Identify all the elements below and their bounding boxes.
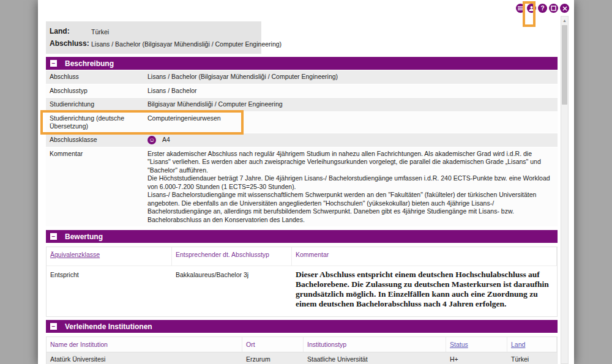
abschluss-value: Lisans / Bachelor (Bilgisayar Mühendisli… [91, 39, 282, 48]
bewertung-table: Äquivalenzklasse Entsprechender dt. Absc… [46, 247, 558, 317]
window-button[interactable] [549, 4, 558, 13]
section-title-beschreibung: Beschreibung [65, 59, 114, 68]
column-header-status[interactable]: Status [446, 337, 507, 352]
section-header-beschreibung: − Beschreibung [46, 57, 558, 70]
land-label: Land: [50, 27, 91, 35]
menu-icon [518, 6, 523, 11]
abschlussklasse-value: A4 [162, 136, 170, 144]
aequivalenzklasse-value: Entspricht [47, 266, 172, 316]
abschlusstyp-value: Bakkalaureus/Bachelor 3j [172, 266, 292, 316]
menu-button[interactable] [516, 4, 525, 13]
column-header-land[interactable]: Land [507, 337, 557, 352]
vertical-scrollbar[interactable]: ▲ [561, 16, 569, 364]
abschluss-label: Abschluss: [50, 39, 91, 48]
section-title-institutionen: Verleihende Institutionen [65, 322, 152, 331]
collapse-icon[interactable]: − [50, 323, 57, 330]
close-button[interactable] [560, 4, 569, 13]
institution-ort: Erzurum [242, 352, 304, 364]
column-header-aequivalenzklasse[interactable]: Äquivalenzklasse [47, 247, 172, 266]
column-header-name: Name der Institution [47, 337, 242, 352]
kv-label: Abschlusstyp [46, 84, 144, 98]
kv-value: ☺ A4 [144, 133, 558, 147]
kv-value: Lisans / Bachelor [144, 84, 558, 98]
summary-row-land: Land: Türkei [50, 25, 258, 37]
section-header-institutionen: − Verleihende Institutionen [46, 320, 558, 333]
kv-value: Computeringenieurwesen [144, 112, 558, 133]
summary-row-abschluss: Abschluss: Lisans / Bachelor (Bilgisayar… [50, 37, 258, 50]
institution-land: Türkei [507, 352, 557, 364]
kv-value: Bilgisayar Mühendisliği / Computer Engin… [144, 98, 558, 111]
help-icon: ? [540, 5, 544, 12]
table-row: Atatürk Üniversitesi Erzurum Staatliche … [47, 352, 557, 364]
kv-label: Abschlussklasse [46, 133, 144, 147]
bewertung-kommentar-value: Dieser Abschluss entspricht einem deutsc… [292, 266, 557, 316]
kv-value: Erster akademischer Abschluss nach regul… [144, 147, 558, 227]
column-header-ort: Ort [242, 337, 304, 352]
kv-value: Lisans / Bachelor (Bilgisayar Mühendisli… [144, 70, 558, 84]
collapse-icon[interactable]: − [50, 60, 57, 67]
kv-row-studienrichtung: Studienrichtung Bilgisayar Mühendisliği … [46, 98, 558, 112]
bewertung-header-row: Äquivalenzklasse Entsprechender dt. Absc… [47, 247, 557, 266]
section-header-bewertung: − Bewertung [46, 230, 558, 243]
kv-label: Studienrichtung (deutsche Übersetzung) [46, 112, 144, 133]
kv-row-abschluss: Abschluss Lisans / Bachelor (Bilgisayar … [46, 70, 558, 84]
institutionen-table: Name der Institution Ort Institutionstyp… [46, 336, 558, 364]
institution-typ: Staatliche Universität [304, 352, 446, 364]
user-button[interactable] [527, 4, 536, 13]
abschlussklasse-icon[interactable]: ☺ [147, 136, 156, 144]
kv-row-abschlussklasse: Abschlussklasse ☺ A4 [46, 133, 558, 147]
bewertung-data-row: Entspricht Bakkalaureus/Bachelor 3j Dies… [47, 266, 557, 316]
beschreibung-table: Abschluss Lisans / Bachelor (Bilgisayar … [46, 70, 558, 227]
kv-row-abschlusstyp: Abschlusstyp Lisans / Bachelor [46, 84, 558, 98]
close-icon [562, 6, 567, 11]
kv-label: Abschluss [46, 70, 144, 84]
land-value: Türkei [91, 27, 109, 35]
institution-status: H+ [446, 352, 507, 364]
help-button[interactable]: ? [538, 4, 547, 13]
record-window: ? Land: Türkei Abschluss: Lisans / Bache… [38, 0, 574, 364]
window-toolbar: ? [516, 4, 569, 13]
section-title-bewertung: Bewertung [65, 232, 103, 241]
kv-label: Studienrichtung [46, 98, 144, 111]
window-icon [551, 6, 556, 11]
kv-row-kommentar: Kommentar Erster akademischer Abschluss … [46, 147, 558, 228]
column-header-kommentar: Kommentar [292, 247, 557, 266]
institution-name: Atatürk Üniversitesi [47, 352, 242, 364]
kv-label: Kommentar [46, 147, 144, 227]
institutionen-rows: Atatürk Üniversitesi Erzurum Staatliche … [47, 352, 557, 364]
institutionen-header-row: Name der Institution Ort Institutionstyp… [47, 337, 557, 352]
column-header-institutionstyp: Institutionstyp [304, 337, 446, 352]
column-header-abschlusstyp: Entsprechender dt. Abschlusstyp [172, 247, 292, 266]
record-content: Land: Türkei Abschluss: Lisans / Bachelo… [46, 18, 558, 364]
collapse-icon[interactable]: − [50, 233, 57, 240]
degree-summary: Land: Türkei Abschluss: Lisans / Bachelo… [46, 21, 261, 54]
scrollbar-thumb[interactable] [562, 25, 567, 105]
scroll-up-icon[interactable]: ▲ [561, 17, 568, 24]
kv-row-studienrichtung-uebersetzung: Studienrichtung (deutsche Übersetzung) C… [46, 112, 558, 133]
user-icon [529, 6, 534, 11]
